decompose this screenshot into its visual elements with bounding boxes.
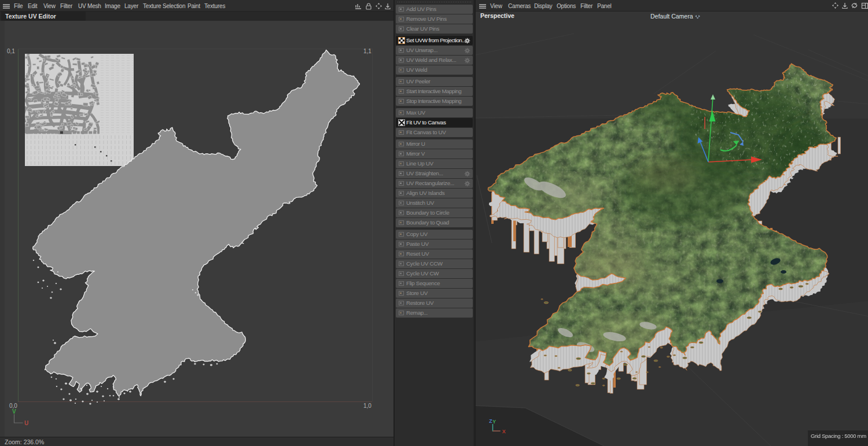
svg-text:Grid Spacing : 5000 mm: Grid Spacing : 5000 mm: [811, 433, 866, 439]
svg-text:X: X: [502, 429, 506, 434]
svg-text:Y: Y: [492, 419, 496, 425]
svg-text:U: U: [24, 420, 28, 426]
svg-text:0,1: 0,1: [7, 48, 15, 54]
svg-text:1,1: 1,1: [363, 48, 372, 54]
svg-text:V: V: [12, 408, 16, 415]
svg-text:1,0: 1,0: [363, 403, 372, 409]
